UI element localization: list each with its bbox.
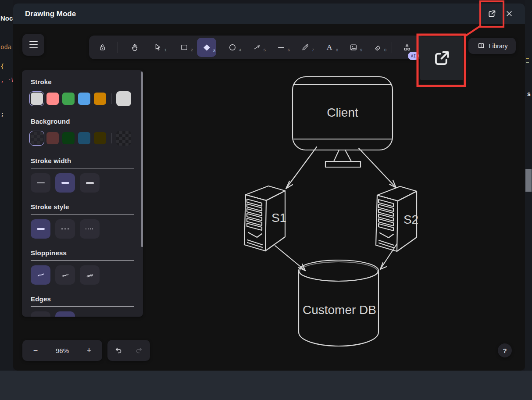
architect-squiggle-icon xyxy=(36,271,45,279)
arrow-client-s2[interactable] xyxy=(359,148,396,188)
stroke-width-extrabold-button[interactable] xyxy=(80,173,100,193)
draw-tool-button[interactable]: 7 xyxy=(296,39,314,56)
history-controls xyxy=(107,340,150,361)
swatch-divider xyxy=(111,133,112,143)
stroke-width-section-label: Stroke width xyxy=(31,157,134,168)
close-button[interactable] xyxy=(503,7,516,20)
line-icon xyxy=(277,43,286,52)
external-link-icon xyxy=(487,9,497,19)
node-client[interactable]: Client xyxy=(293,77,393,167)
code-text: oda xyxy=(0,43,11,50)
stroke-color-swatch[interactable] xyxy=(31,93,43,105)
ellipse-tool-button[interactable]: 4 xyxy=(224,39,241,56)
background-color-swatch[interactable] xyxy=(46,132,59,144)
edges-section-label: Edges xyxy=(31,295,134,307)
stroke-color-swatch[interactable] xyxy=(46,93,59,105)
background-color-swatch[interactable] xyxy=(94,132,106,144)
lock-tool-button[interactable] xyxy=(93,39,111,56)
eraser-tool-button[interactable]: 0 xyxy=(369,39,386,56)
stroke-style-dashed-button[interactable] xyxy=(55,219,75,239)
redo-icon xyxy=(135,346,144,355)
edges-sharp-button[interactable] xyxy=(31,311,50,317)
stroke-width-bold-button[interactable] xyxy=(55,173,75,193)
stroke-width-thin-button[interactable] xyxy=(31,173,50,193)
stroke-section-label: Stroke xyxy=(31,78,134,86)
stroke-color-row xyxy=(31,91,134,106)
zoom-level[interactable]: 96% xyxy=(56,347,69,354)
panel-scrollbar-thumb[interactable] xyxy=(141,71,143,247)
ai-badge[interactable]: AI xyxy=(408,52,419,60)
zoom-out-button[interactable]: − xyxy=(30,346,41,355)
text-icon: A xyxy=(325,43,334,52)
hamburger-icon xyxy=(29,41,38,42)
background-scrollbar-thumb[interactable] xyxy=(525,169,532,192)
line-tool-button[interactable]: 6 xyxy=(272,39,290,56)
rectangle-icon xyxy=(180,43,189,52)
shapes-icon xyxy=(402,43,412,52)
help-button[interactable]: ? xyxy=(498,343,512,357)
sloppiness-cartoonist-button[interactable] xyxy=(80,265,100,285)
code-text: { xyxy=(0,63,4,70)
open-in-new-tab-button-large[interactable] xyxy=(420,36,463,80)
unlocked-padlock-icon xyxy=(98,43,107,52)
external-link-icon xyxy=(431,48,452,69)
background-right-edge: s xyxy=(525,0,532,371)
zoom-in-button[interactable]: + xyxy=(84,346,94,355)
stroke-current-color[interactable] xyxy=(116,91,131,106)
stroke-color-swatch[interactable] xyxy=(94,93,106,105)
background-color-swatch[interactable] xyxy=(78,132,90,144)
app-footer: nscription ken Alan T - Jnr Architecht W… xyxy=(0,371,532,400)
toolbar-divider xyxy=(392,42,392,53)
stroke-width-options xyxy=(31,173,134,193)
edge-mark xyxy=(526,62,529,63)
hand-tool-button[interactable] xyxy=(125,39,143,56)
stroke-style-solid-button[interactable] xyxy=(31,219,50,239)
sloppiness-artist-button[interactable] xyxy=(55,265,75,285)
stroke-color-swatch[interactable] xyxy=(78,93,90,105)
image-tool-button[interactable]: 9 xyxy=(345,39,362,56)
arrow-icon xyxy=(253,43,261,52)
eraser-icon xyxy=(373,43,382,52)
swatch-divider xyxy=(111,93,112,104)
code-text: ; xyxy=(0,111,4,118)
sloppiness-architect-button[interactable] xyxy=(31,265,50,285)
background-section-label: Background xyxy=(31,118,134,125)
arrow-tool-button[interactable]: 5 xyxy=(248,39,266,56)
sloppiness-options xyxy=(31,265,134,285)
stroke-style-section-label: Stroke style xyxy=(31,203,134,214)
code-text: Noc xyxy=(0,14,13,22)
undo-icon xyxy=(113,346,123,355)
text-tool-button[interactable]: A 8 xyxy=(321,39,338,56)
background-color-swatch[interactable] xyxy=(62,132,75,144)
rectangle-tool-button[interactable]: 2 xyxy=(175,39,193,56)
properties-panel: Stroke Background Stroke width xyxy=(22,70,143,317)
cursor-icon xyxy=(154,43,162,52)
library-button[interactable]: Library xyxy=(468,38,516,54)
main-menu-button[interactable] xyxy=(22,34,44,56)
background-color-swatch[interactable] xyxy=(31,132,43,144)
stroke-color-swatch[interactable] xyxy=(62,93,75,105)
sloppiness-section-label: Sloppiness xyxy=(31,249,134,261)
node-label-s1: S1 xyxy=(271,211,286,225)
stroke-style-dotted-button[interactable] xyxy=(80,219,100,239)
app-window: Noc oda { , ·W ; s nscription ken Alan T… xyxy=(0,0,532,400)
arrow-client-s1[interactable] xyxy=(286,147,317,189)
node-s1[interactable]: S1 xyxy=(244,186,286,251)
redo-button[interactable] xyxy=(135,346,144,355)
undo-button[interactable] xyxy=(113,346,123,355)
edges-round-button[interactable] xyxy=(55,311,75,317)
node-s2[interactable]: S2 xyxy=(376,186,418,251)
stroke-style-options xyxy=(31,219,134,239)
open-in-new-tab-button[interactable] xyxy=(485,7,498,20)
modal-title: Drawing Mode xyxy=(25,4,76,24)
library-label: Library xyxy=(489,43,508,50)
node-customer-db[interactable]: Customer DB xyxy=(299,260,378,346)
edge-text: s xyxy=(527,90,531,97)
background-current-color[interactable] xyxy=(116,131,131,146)
diamond-tool-button[interactable]: 3 xyxy=(197,38,216,57)
selection-tool-button[interactable]: 1 xyxy=(149,39,167,56)
toolbar-divider xyxy=(118,42,118,53)
book-icon xyxy=(477,42,486,50)
edge-mark xyxy=(526,58,529,59)
node-label-s2: S2 xyxy=(403,213,418,226)
